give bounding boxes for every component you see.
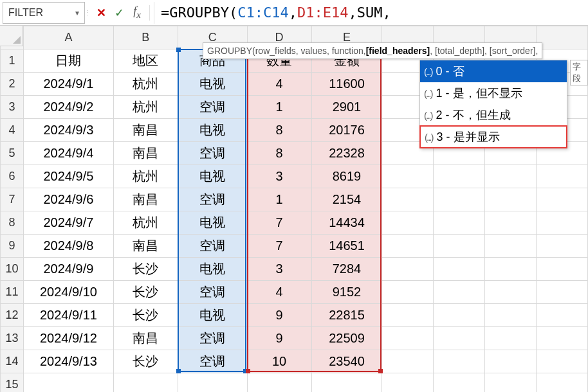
cell-empty[interactable] [485,258,537,281]
col-header-I[interactable] [537,26,588,49]
cell-A15[interactable] [23,373,113,393]
cell-D5[interactable]: 8 [247,142,311,165]
cell-A8[interactable]: 2024/9/7 [23,211,113,235]
cell-empty[interactable] [434,327,485,350]
cell-empty[interactable] [434,373,485,393]
cell-empty[interactable] [485,235,537,258]
cell-A10[interactable]: 2024/9/9 [23,258,113,281]
row-header[interactable]: 8 [1,211,24,235]
cell-empty[interactable] [382,235,434,258]
name-box[interactable]: FILTER ▾ [3,2,85,24]
cell-B12[interactable]: 长沙 [113,304,178,327]
cell-A9[interactable]: 2024/9/8 [23,235,113,258]
cell-B9[interactable]: 南昌 [113,235,178,258]
cell-D10[interactable]: 3 [247,258,311,281]
row-header[interactable]: 11 [1,281,24,304]
autocomplete-item[interactable]: (...)1 - 是，但不显示 [420,82,567,104]
cell-B10[interactable]: 长沙 [113,258,178,281]
cell-empty[interactable] [485,327,537,350]
cell-empty[interactable] [434,165,485,188]
cell-empty[interactable] [485,188,537,211]
cell-B13[interactable]: 南昌 [113,327,178,350]
row-header[interactable]: 4 [1,119,24,142]
cell-A7[interactable]: 2024/9/6 [23,188,113,211]
fx-icon[interactable]: fx [130,4,144,21]
cell-E13[interactable]: 22509 [311,327,382,350]
cell-A2[interactable]: 2024/9/1 [23,73,113,96]
cell-D14[interactable]: 10 [247,350,311,373]
row-header[interactable]: 3 [1,96,24,119]
cell-empty[interactable] [434,304,485,327]
cell-E2[interactable]: 11600 [311,73,382,96]
row-header[interactable]: 1 [1,49,24,73]
cell-empty[interactable] [382,211,434,235]
cell-D4[interactable]: 8 [247,119,311,142]
cell-D6[interactable]: 3 [247,165,311,188]
row-header[interactable]: 6 [1,165,24,188]
cell-empty[interactable] [485,281,537,304]
cell-empty[interactable] [537,350,588,373]
cell-B6[interactable]: 杭州 [113,165,178,188]
cell-D2[interactable]: 4 [247,73,311,96]
cell-E9[interactable]: 14651 [311,235,382,258]
row-header[interactable]: 9 [1,235,24,258]
cell-empty[interactable] [434,350,485,373]
cell-D11[interactable]: 4 [247,281,311,304]
cell-B8[interactable]: 杭州 [113,211,178,235]
cell-E11[interactable]: 9152 [311,281,382,304]
cell-E15[interactable] [311,373,382,393]
cell-C7[interactable]: 空调 [178,188,247,211]
cell-B1[interactable]: 地区 [113,49,178,73]
cell-C12[interactable]: 电视 [178,304,247,327]
cell-empty[interactable] [382,304,434,327]
cell-empty[interactable] [382,258,434,281]
cell-D13[interactable]: 9 [247,327,311,350]
cell-E14[interactable]: 23540 [311,350,382,373]
row-header[interactable]: 12 [1,304,24,327]
row-header[interactable]: 14 [1,350,24,373]
cell-B2[interactable]: 杭州 [113,73,178,96]
cell-empty[interactable] [537,211,588,235]
cell-B11[interactable]: 长沙 [113,281,178,304]
cell-C8[interactable]: 电视 [178,211,247,235]
cell-C6[interactable]: 电视 [178,165,247,188]
cell-C11[interactable]: 空调 [178,281,247,304]
cell-B14[interactable]: 长沙 [113,350,178,373]
cell-A5[interactable]: 2024/9/4 [23,142,113,165]
cell-A14[interactable]: 2024/9/13 [23,350,113,373]
cell-D12[interactable]: 9 [247,304,311,327]
cell-empty[interactable] [537,188,588,211]
row-header[interactable]: 10 [1,258,24,281]
cell-empty[interactable] [537,281,588,304]
cell-C10[interactable]: 电视 [178,258,247,281]
cell-B15[interactable] [113,373,178,393]
cell-D9[interactable]: 7 [247,235,311,258]
cell-empty[interactable] [382,327,434,350]
cell-C9[interactable]: 空调 [178,235,247,258]
row-header[interactable]: 2 [1,73,24,96]
cell-empty[interactable] [485,211,537,235]
select-all-corner[interactable] [0,26,23,46]
row-header[interactable]: 5 [1,142,24,165]
cell-B4[interactable]: 南昌 [113,119,178,142]
cell-A6[interactable]: 2024/9/5 [23,165,113,188]
row-header[interactable]: 7 [1,188,24,211]
cell-C3[interactable]: 空调 [178,96,247,119]
cell-E10[interactable]: 7284 [311,258,382,281]
autocomplete-item[interactable]: (...)0 - 否 [420,60,567,82]
cell-empty[interactable] [485,350,537,373]
col-header-A[interactable]: A [23,26,113,49]
autocomplete-list[interactable]: (...)0 - 否(...)1 - 是，但不显示(...)2 - 不，但生成(… [419,60,567,148]
cell-D8[interactable]: 7 [247,211,311,235]
formula-input[interactable]: =GROUPBY(C1:C14,D1:E14,SUM, [154,2,588,24]
chevron-down-icon[interactable]: ▾ [75,8,79,17]
cell-E5[interactable]: 22328 [311,142,382,165]
cell-E12[interactable]: 22815 [311,304,382,327]
cell-A13[interactable]: 2024/9/12 [23,327,113,350]
cell-empty[interactable] [382,350,434,373]
cell-B7[interactable]: 南昌 [113,188,178,211]
cell-D15[interactable] [247,373,311,393]
cell-C13[interactable]: 空调 [178,327,247,350]
cell-empty[interactable] [537,235,588,258]
cell-A4[interactable]: 2024/9/3 [23,119,113,142]
